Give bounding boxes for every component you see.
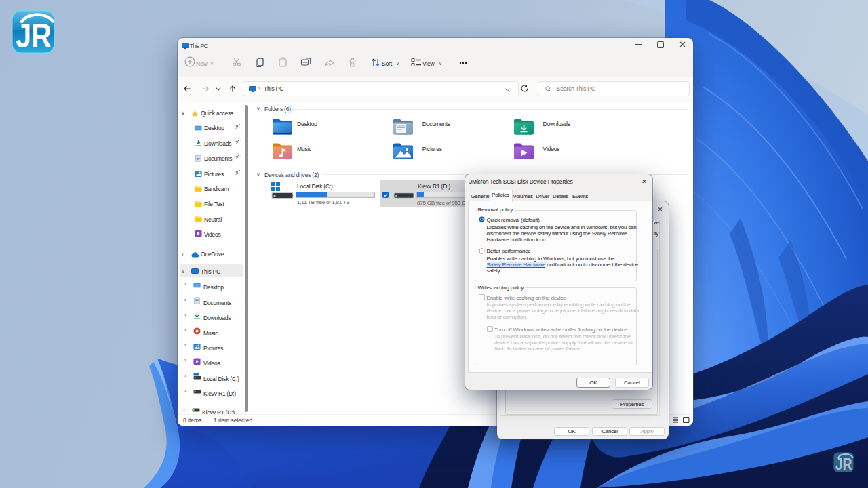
svg-text:JR: JR xyxy=(835,455,852,472)
svg-text:JR: JR xyxy=(16,17,52,54)
